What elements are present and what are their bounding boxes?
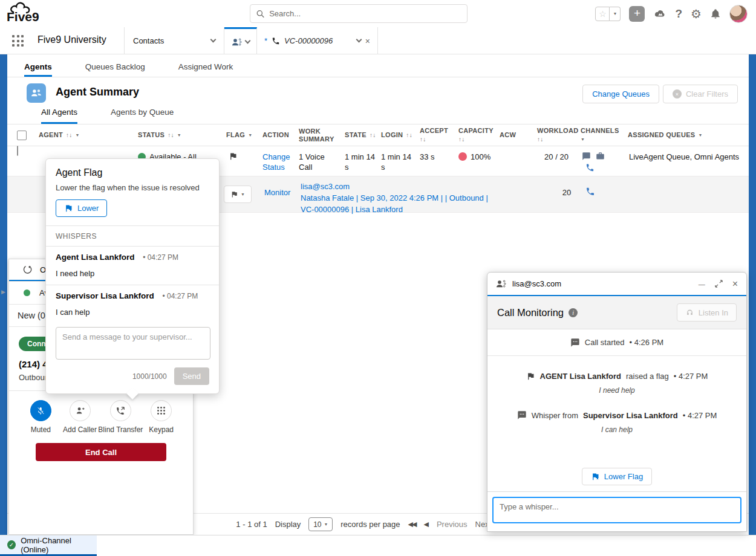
tab-queues-backlog[interactable]: Queues Backlog (85, 62, 145, 77)
panel-expand-arrow-icon[interactable]: ▶ (1, 289, 5, 295)
search-input[interactable] (269, 9, 461, 18)
close-window-icon[interactable]: × (732, 279, 738, 289)
work-summary-cell: lisa@sc3.com Natasha Fatale | Sep 30, 20… (301, 181, 495, 215)
tab-contacts[interactable]: Contacts (124, 27, 224, 54)
first-page-icon[interactable]: ◀◀ (408, 520, 416, 528)
phone-icon (272, 37, 280, 45)
message-text: I need help (56, 269, 209, 278)
call-detail-links[interactable]: Natasha Fatale | Sep 30, 2022 4:26 PM | … (301, 192, 495, 215)
global-search[interactable] (250, 4, 468, 23)
whisper-input[interactable] (492, 497, 741, 523)
col-status[interactable]: STATUS↑↓▼ (138, 129, 226, 141)
clear-filters-label: Clear Filters (686, 89, 728, 99)
row-checkbox[interactable] (17, 146, 18, 156)
app-launcher-icon[interactable] (12, 35, 24, 47)
col-login[interactable]: LOGIN↑↓ (381, 129, 420, 141)
sort-icon[interactable]: ↑↓ (406, 131, 412, 139)
agent-connections-icon (232, 37, 242, 47)
whisper-message: Supervisor Lisa Lankford • 04:27 PM I ca… (46, 285, 219, 323)
favorites-star-icon[interactable]: ☆ (595, 7, 610, 21)
monitor-link[interactable]: Monitor (264, 188, 290, 197)
change-status-link[interactable]: Change Status (262, 152, 290, 172)
col-assigned-queues[interactable]: ASSIGNED QUEUES▼ (628, 129, 749, 141)
chevron-down-icon[interactable] (244, 37, 250, 44)
lower-flag-label: Lower Flag (604, 472, 643, 481)
event-call-started: Call started • 4:26 PM (487, 329, 746, 356)
setup-gear-icon[interactable]: ⚙ (691, 7, 702, 21)
filter-icon[interactable]: ▼ (248, 131, 252, 139)
help-icon[interactable]: ? (675, 7, 682, 21)
subtab-all-agents[interactable]: All Agents (41, 108, 77, 124)
five9-logo: Five9 (5, 1, 57, 27)
agent-view-subtabs: All Agents Agents by Queue (7, 108, 749, 124)
close-tab-icon[interactable]: × (365, 36, 370, 46)
col-channels[interactable]: CHANNELS▼ (581, 124, 628, 146)
col-agent[interactable]: AGENT↑↓▼ (39, 129, 138, 141)
page-size-select[interactable]: 10 ▼ (308, 517, 333, 531)
col-flag[interactable]: FLAG▼ (226, 129, 262, 141)
sort-icon[interactable]: ↑↓ (537, 135, 544, 143)
tab-agents[interactable]: Agents (24, 62, 52, 77)
flag-icon (229, 152, 238, 161)
col-workload[interactable]: WORKLOAD↑↓ (537, 124, 581, 146)
col-capacity[interactable]: CAPACITY↑↓ (458, 124, 500, 146)
minimize-icon[interactable]: — (699, 280, 705, 288)
prev-page-icon[interactable]: ◀ (423, 520, 428, 528)
global-add-icon[interactable]: + (629, 6, 645, 22)
listen-in-button[interactable]: Listen In (677, 303, 737, 322)
user-avatar[interactable] (729, 5, 748, 23)
filter-icon[interactable]: ▼ (698, 131, 702, 139)
flag-icon (230, 190, 238, 198)
filter-icon[interactable]: ▼ (177, 131, 181, 139)
message-author: Supervisor Lisa Lankford (56, 291, 154, 300)
send-button[interactable]: Send (174, 367, 209, 385)
chat-bubble-icon (570, 338, 580, 348)
add-caller-label: Add Caller (63, 425, 97, 434)
previous-button[interactable]: Previous (437, 520, 468, 529)
info-icon[interactable]: i (569, 308, 578, 317)
tab-assigned-work[interactable]: Assigned Work (178, 62, 233, 77)
subtab-agents-by-queue[interactable]: Agents by Queue (111, 108, 174, 124)
supervisor-message-input[interactable] (56, 327, 210, 360)
sort-icon[interactable]: ↑↓ (370, 131, 376, 139)
favorites-caret-icon[interactable]: ▼ (610, 7, 621, 21)
trailhead-icon[interactable] (653, 8, 666, 19)
flag-dropdown-button[interactable]: ▼ (224, 186, 252, 203)
sort-icon[interactable]: ↑↓ (420, 135, 426, 143)
tab-voice-call-record[interactable]: * VC-00000096 × (257, 27, 378, 54)
sort-icon[interactable]: ↑↓ (168, 131, 174, 139)
end-call-button[interactable]: End Call (36, 443, 166, 461)
record-range: 1 - 1 of 1 (236, 520, 267, 529)
change-queues-button[interactable]: Change Queues (582, 85, 659, 103)
filter-icon[interactable]: ▼ (76, 131, 80, 139)
omni-channel-status-button[interactable]: ✓ Omni-Channel (Online) (0, 535, 97, 556)
sort-icon[interactable]: ↑↓ (66, 131, 73, 139)
blind-transfer-label: Blind Transfer (98, 425, 143, 434)
keypad-control[interactable]: Keypad (142, 400, 181, 434)
col-action: ACTION (262, 129, 299, 141)
col-accept[interactable]: ACCEPT↑↓ (420, 124, 458, 146)
popover-title: Agent Flag (56, 167, 209, 178)
lower-flag-button[interactable]: Lower (56, 199, 107, 217)
add-caller-control[interactable]: Add Caller (60, 400, 100, 434)
agent-email-link[interactable]: lisa@sc3.com (301, 181, 495, 192)
page-size-value: 10 (313, 520, 321, 529)
expand-icon[interactable] (715, 280, 723, 288)
select-all-checkbox[interactable] (17, 131, 27, 140)
mute-control[interactable]: Muted (21, 400, 60, 434)
chat-channel-icon (582, 152, 591, 161)
event-flag-raised: AGENT Lisa Lankford raised a flag • 4:27… (487, 372, 746, 381)
chevron-down-icon[interactable] (210, 37, 217, 43)
chevron-down-icon[interactable] (356, 37, 362, 43)
filter-icon[interactable]: ▼ (581, 135, 585, 143)
lower-flag-button[interactable]: Lower Flag (582, 468, 652, 485)
sort-icon[interactable]: ↑↓ (458, 135, 465, 143)
clear-filters-button[interactable]: × Clear Filters (663, 85, 738, 103)
col-state[interactable]: STATE↑↓ (345, 129, 381, 141)
blind-transfer-control[interactable]: Blind Transfer (99, 400, 142, 434)
favorites-group: ☆ ▼ (595, 7, 621, 21)
channels-cell (581, 146, 628, 176)
notifications-bell-icon[interactable] (710, 8, 721, 20)
tab-agent-summary[interactable] (224, 27, 257, 54)
muted-mic-icon (36, 406, 45, 416)
